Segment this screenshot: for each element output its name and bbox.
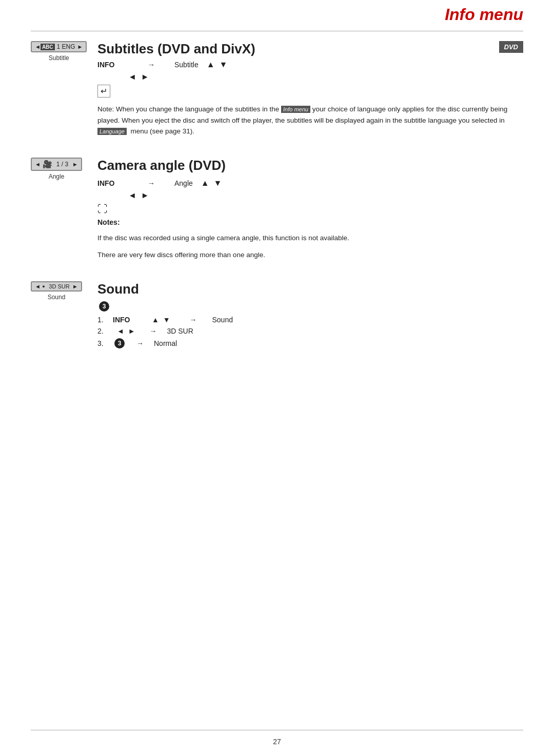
camera-left-label: Angle	[49, 173, 65, 180]
sound-body: Sound 3 1. INFO ▲ ▼ → Sound 2. ◄ ►	[97, 281, 523, 348]
top-rule	[31, 31, 523, 31]
subtitle-right-arrow: ►	[77, 44, 83, 50]
subtitle-info-label: INFO	[97, 61, 128, 69]
sound-left-group: ◄ ● 3D SUR ► Sound	[31, 281, 82, 301]
subtitle-value: 1 ENG	[57, 43, 75, 50]
subtitle-title-row: Subtitles (DVD and DivX) DVD	[97, 41, 523, 57]
info-menu-inline: Info menu	[281, 106, 310, 113]
sound-item3-num: 3.	[97, 339, 113, 347]
subtitle-return-icon: ↵	[97, 85, 523, 98]
camera-notes-header: Notes:	[97, 218, 523, 226]
section-subtitles: ◄ ABC 1 ENG ► Subtitle Subtitles (DVD an…	[31, 41, 523, 137]
sound-item2-arrows-lr: ◄ ►	[117, 327, 135, 335]
sound-value: 3D SUR	[49, 283, 69, 289]
return-symbol: ↵	[97, 85, 110, 98]
sound-list-item-2: 2. ◄ ► → 3D SUR	[97, 327, 523, 335]
subtitle-step2: ◄ ►	[97, 72, 523, 82]
camera-right-arrow: ►	[72, 161, 78, 167]
camera-value: 1 / 3	[56, 161, 68, 168]
subtitle-body: Subtitles (DVD and DivX) DVD INFO → Subt…	[97, 41, 523, 137]
subtitle-left-group: ◄ ABC 1 ENG ► Subtitle	[31, 41, 87, 62]
camera-remote-display: ◄ 🎥 1 / 3 ►	[31, 158, 82, 171]
section-sound: ◄ ● 3D SUR ► Sound Sound 3 1. INFO ▲ ▼ →	[31, 281, 523, 348]
sound-left-label: Sound	[48, 294, 66, 301]
subtitle-arrows-updown: ▲ ▼	[207, 60, 228, 69]
sound-section-title: Sound	[97, 281, 139, 297]
sound-item2-label: 3D SUR	[167, 327, 193, 335]
page-title: Info menu	[445, 5, 523, 24]
sound-item1-label: Sound	[212, 316, 233, 324]
camera-body: Camera angle (DVD) INFO → Angle ▲ ▼ ◄ ► …	[97, 158, 523, 261]
camera-left-arrow: ◄	[35, 161, 41, 167]
sound-item1-arrows: ▲ ▼	[152, 316, 170, 324]
camera-arrows-updown: ▲ ▼	[201, 179, 222, 188]
camera-item-label: Angle	[174, 179, 193, 187]
subtitle-abc-icon: ABC	[41, 44, 55, 50]
sound-item2-num: 2.	[97, 327, 113, 335]
subtitle-left-label: Subtitle	[49, 54, 69, 62]
sound-right-arrow: ►	[72, 283, 78, 289]
angle-symbol: ⛶	[97, 203, 108, 215]
camera-step1: INFO → Angle ▲ ▼	[97, 179, 523, 188]
subtitle-remote-display: ◄ ABC 1 ENG ►	[31, 41, 87, 52]
sound-item3-label: Normal	[154, 339, 177, 347]
subtitle-dvd-badge: DVD	[499, 41, 523, 53]
sound-item2-arrow-sep: →	[150, 327, 157, 335]
sound-remote-display: ◄ ● 3D SUR ►	[31, 281, 82, 292]
subtitle-item-label: Subtitle	[174, 61, 199, 69]
sound-circle-number: 3	[99, 301, 109, 312]
subtitle-arrows-leftright: ◄ ►	[128, 72, 149, 82]
sound-item1-arrow-sep: →	[190, 316, 197, 324]
section-camera: ◄ 🎥 1 / 3 ► Angle Camera angle (DVD) INF…	[31, 158, 523, 261]
subtitle-note: Note: When you change the language of th…	[97, 104, 523, 137]
camera-step2: ◄ ►	[97, 191, 523, 200]
subtitle-left-arrow: ◄	[35, 44, 41, 50]
subtitle-section-title: Subtitles (DVD and DivX)	[97, 41, 255, 56]
sound-item1-info: INFO	[113, 316, 144, 324]
camera-arrow-right1: →	[148, 179, 155, 187]
bottom-rule	[31, 730, 523, 730]
subtitle-arrow-right1: →	[148, 61, 155, 69]
camera-arrows-leftright: ◄ ►	[128, 191, 149, 200]
sound-list-item-3: 3. 3 → Normal	[97, 338, 523, 348]
language-inline: Language	[97, 128, 127, 135]
sound-item3-circle: 3	[114, 338, 125, 348]
camera-note2: There are very few discs offering more t…	[97, 249, 523, 261]
sound-list: 1. INFO ▲ ▼ → Sound 2. ◄ ► → 3D SUR 3. 3	[97, 316, 523, 348]
camera-angle-icon: ⛶	[97, 203, 523, 215]
sound-item3-arrow-sep: →	[136, 339, 144, 347]
camera-info-label: INFO	[97, 179, 128, 187]
page-number: 27	[273, 738, 281, 746]
camera-section-title: Camera angle (DVD)	[97, 158, 226, 173]
sound-circle-num-row: 3	[97, 301, 523, 312]
camera-icon: 🎥	[43, 160, 52, 169]
sound-item1-num: 1.	[97, 316, 113, 324]
camera-left-group: ◄ 🎥 1 / 3 ► Angle	[31, 158, 82, 180]
sound-list-item-1: 1. INFO ▲ ▼ → Sound	[97, 316, 523, 324]
camera-note1: If the disc was recorded using a single …	[97, 232, 523, 244]
sound-dot-icon: ●	[42, 284, 45, 289]
sound-left-arrow: ◄	[35, 283, 41, 289]
subtitle-step1: INFO → Subtitle ▲ ▼	[97, 60, 523, 69]
